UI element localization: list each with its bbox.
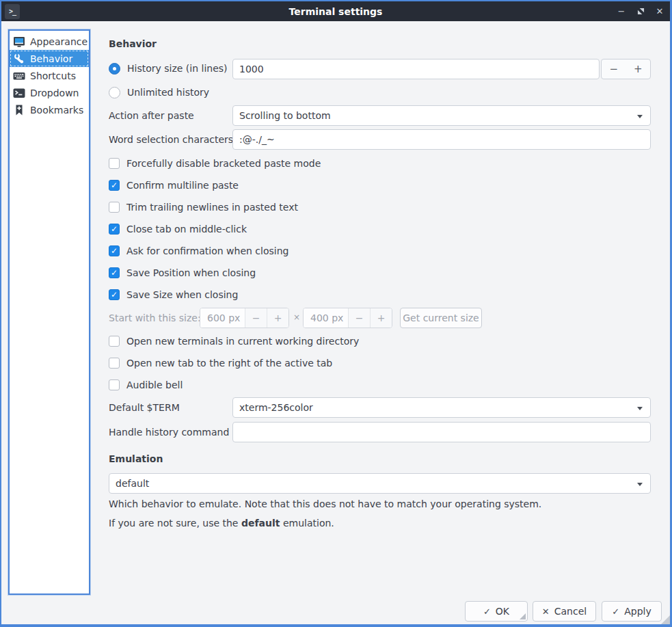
- bookmark-icon: [13, 104, 25, 116]
- checkbox[interactable]: ✓: [109, 180, 120, 191]
- sidebar-item-label: Dropdown: [30, 88, 79, 98]
- wrench-icon: [13, 53, 25, 65]
- emulation-help-line1: Which behavior to emulate. Note that thi…: [109, 498, 541, 509]
- resize-grip[interactable]: [661, 615, 670, 624]
- checkbox[interactable]: ✓: [109, 289, 120, 300]
- action-after-paste-label: Action after paste: [109, 109, 194, 122]
- sidebar-item-label: Shortcuts: [30, 70, 76, 81]
- decrement-button[interactable]: −: [348, 308, 370, 328]
- unlimited-history-radio[interactable]: [109, 87, 120, 98]
- checkbox-row-close-middle-click[interactable]: ✓ Close tab on middle-click: [109, 222, 247, 236]
- emulation-select[interactable]: default: [109, 473, 651, 494]
- word-selection-label: Word selection characters: [109, 133, 233, 146]
- check-icon: ✓: [111, 225, 118, 233]
- sidebar-item-label: Appearance: [30, 36, 88, 47]
- restore-button[interactable]: [636, 8, 645, 15]
- checkbox[interactable]: ✓: [109, 336, 120, 347]
- checkbox[interactable]: ✓: [109, 224, 120, 235]
- sidebar-item-shortcuts[interactable]: Shortcuts: [10, 67, 89, 84]
- sidebar-item-label: Behavior: [30, 53, 72, 64]
- close-icon: ✕: [542, 606, 550, 617]
- checkbox[interactable]: ✓: [109, 358, 120, 369]
- checkbox[interactable]: ✓: [109, 158, 120, 169]
- increment-button[interactable]: +: [267, 308, 288, 328]
- history-size-radio[interactable]: [109, 63, 120, 75]
- window-title: Terminal settings: [1, 6, 670, 17]
- increment-button[interactable]: +: [626, 59, 651, 79]
- check-icon: ✓: [111, 181, 118, 189]
- unlimited-history-radio-row[interactable]: Unlimited history: [109, 85, 209, 99]
- sidebar-item-label: Bookmarks: [30, 105, 83, 116]
- checkbox-row-bracketed-paste[interactable]: ✓ Forcefully disable bracketed paste mod…: [109, 157, 321, 170]
- sidebar-item-dropdown[interactable]: Dropdown: [10, 84, 89, 101]
- behavior-section-title: Behavior: [109, 38, 157, 49]
- emulation-help-line2: If you are not sure, use the default emu…: [109, 518, 334, 529]
- window-controls: − ✕: [617, 1, 664, 21]
- check-icon: ✓: [111, 269, 118, 277]
- handle-history-input[interactable]: [232, 422, 651, 442]
- decrement-button[interactable]: −: [245, 308, 267, 328]
- emulation-section-title: Emulation: [109, 453, 163, 464]
- checkbox-row-confirm-closing[interactable]: ✓ Ask for confirmation when closing: [109, 244, 288, 258]
- check-icon: ✓: [483, 606, 491, 617]
- minimize-button[interactable]: −: [617, 7, 626, 16]
- terminal-settings-window: >_ Terminal settings − ✕: [0, 0, 672, 627]
- checkbox-row-trim-newlines[interactable]: ✓ Trim trailing newlines in pasted text: [109, 200, 298, 214]
- start-size-label: Start with this size:: [109, 311, 201, 325]
- sidebar-item-bookmarks[interactable]: Bookmarks: [10, 101, 89, 118]
- check-icon: ✓: [612, 606, 619, 617]
- titlebar[interactable]: >_ Terminal settings − ✕: [1, 1, 670, 21]
- terminal-icon: [13, 87, 25, 99]
- action-after-paste-select[interactable]: Scrolling to bottom: [232, 105, 651, 126]
- checkbox-row-audible-bell[interactable]: ✓ Audible bell: [109, 378, 183, 392]
- display-icon: [13, 36, 25, 48]
- default-term-label: Default $TERM: [109, 401, 180, 414]
- checkbox[interactable]: ✓: [109, 245, 120, 256]
- checkbox-row-save-size[interactable]: ✓ Save Size when closing: [109, 288, 238, 302]
- sidebar-item-appearance[interactable]: Appearance: [10, 33, 89, 50]
- history-size-radio-row[interactable]: History size (in lines): [109, 62, 228, 75]
- checkbox-row-tab-right[interactable]: ✓ Open new tab to the right of the activ…: [109, 356, 332, 370]
- action-after-paste-value: Scrolling to bottom: [239, 110, 331, 121]
- apply-button[interactable]: ✓ Apply: [602, 601, 662, 622]
- keyboard-icon: [13, 70, 25, 82]
- start-height-spinbox: 400 px − +: [303, 308, 392, 328]
- decrement-button[interactable]: −: [602, 59, 626, 79]
- checkbox[interactable]: ✓: [109, 202, 120, 213]
- checkbox-row-confirm-multiline[interactable]: ✓ Confirm multiline paste: [109, 178, 239, 192]
- word-selection-input[interactable]: [232, 129, 651, 150]
- default-term-value: xterm-256color: [239, 402, 313, 413]
- history-size-input[interactable]: [232, 59, 600, 79]
- checkbox-row-cwd[interactable]: ✓ Open new terminals in current working …: [109, 334, 359, 348]
- restore-icon: [637, 8, 645, 15]
- check-icon: ✓: [111, 247, 118, 255]
- start-height-value[interactable]: 400 px: [304, 308, 348, 328]
- handle-history-label: Handle history command: [109, 425, 229, 439]
- unlimited-history-label: Unlimited history: [127, 87, 209, 98]
- ok-button[interactable]: ✓ OK: [465, 601, 528, 622]
- terminal-app-icon: >_: [5, 4, 20, 19]
- history-size-stepper: − +: [601, 59, 651, 79]
- cancel-button[interactable]: ✕ Cancel: [533, 601, 596, 622]
- start-width-spinbox: 600 px − +: [200, 308, 289, 328]
- default-term-select[interactable]: xterm-256color: [232, 397, 651, 418]
- settings-category-list: Appearance Behavior: [8, 29, 90, 595]
- history-size-label: History size (in lines): [127, 63, 228, 74]
- emulation-value: default: [116, 478, 149, 489]
- size-separator: ×: [293, 312, 300, 322]
- check-icon: ✓: [111, 291, 118, 299]
- close-button[interactable]: ✕: [655, 7, 664, 16]
- sidebar-item-behavior[interactable]: Behavior: [10, 50, 89, 67]
- start-width-value[interactable]: 600 px: [200, 308, 245, 328]
- get-current-size-button[interactable]: Get current size: [400, 308, 482, 328]
- checkbox[interactable]: ✓: [109, 267, 120, 278]
- checkbox-row-save-position[interactable]: ✓ Save Position when closing: [109, 266, 256, 280]
- increment-button[interactable]: +: [370, 308, 392, 328]
- checkbox[interactable]: ✓: [109, 379, 120, 390]
